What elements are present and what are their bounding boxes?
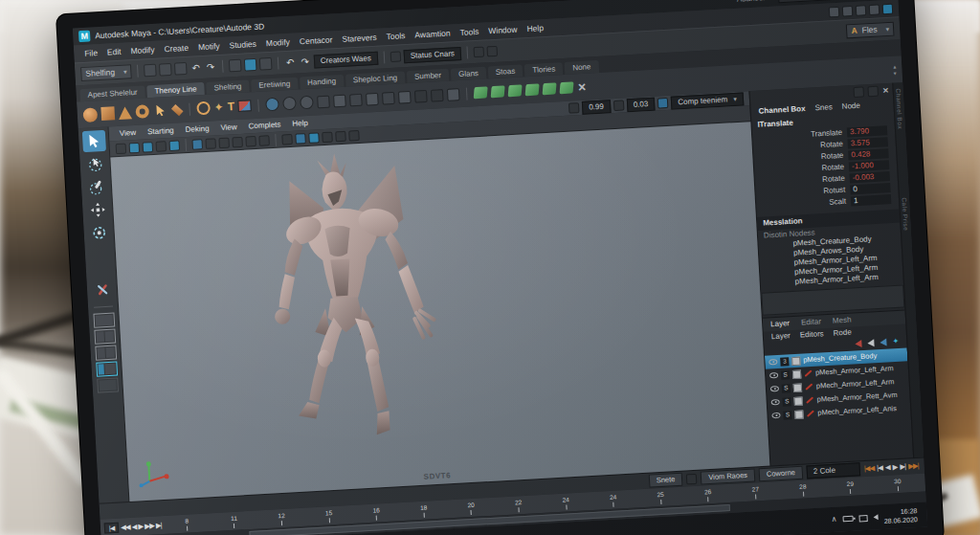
undo-icon[interactable]: ↶ (189, 63, 202, 74)
lighting-icon[interactable] (232, 136, 243, 147)
battery-icon[interactable] (842, 516, 853, 523)
menu-modify[interactable]: Modify (125, 45, 159, 55)
tab-node[interactable]: Node (842, 102, 861, 111)
menu-modify-2[interactable]: Modify (261, 37, 295, 47)
step-back-key-button[interactable]: |◀ (877, 464, 882, 472)
green-table-icon[interactable] (560, 81, 574, 94)
tab-mesh[interactable]: Mesh (833, 317, 852, 325)
layout-preset[interactable] (97, 377, 119, 392)
tab-layer[interactable]: Layer (770, 320, 790, 328)
highlight-icon[interactable] (390, 51, 402, 62)
layer-checkbox[interactable] (792, 369, 801, 378)
go-to-start-button[interactable]: |◀◀ (864, 465, 875, 473)
image-plane-icon[interactable] (142, 142, 153, 153)
step-back-button[interactable]: ◀ (885, 464, 890, 472)
green-poly-tool-icon[interactable] (508, 84, 523, 97)
green-poly-tool-icon[interactable] (474, 86, 488, 99)
vp-menu-starting[interactable]: Starting (143, 126, 179, 136)
green-poly-tool-icon[interactable] (491, 85, 505, 98)
rotate-tool[interactable] (87, 222, 111, 244)
layer-badge[interactable]: S (782, 384, 791, 392)
image-plane-icon[interactable] (238, 100, 253, 112)
subtab-editors[interactable]: Editors (800, 330, 824, 339)
resolution-gate-icon[interactable] (322, 131, 333, 143)
tab-channel-box[interactable]: Channel Box (759, 105, 806, 116)
pin-icon[interactable] (868, 86, 880, 98)
sculpt-icon[interactable] (300, 96, 314, 110)
frame-icon[interactable] (414, 89, 428, 102)
close-icon[interactable]: ✕ (882, 87, 889, 95)
gamma-icon[interactable] (613, 100, 625, 112)
step-forward-key-button[interactable]: ▶| (900, 463, 905, 471)
new-layer-icon[interactable]: ✦ (892, 338, 899, 346)
vp-menu-view-2[interactable]: View (215, 123, 242, 132)
visibility-eye-icon[interactable] (770, 386, 779, 391)
vp-menu-view[interactable]: View (115, 128, 142, 138)
exposure-icon[interactable] (568, 102, 580, 114)
green-export-icon[interactable] (543, 82, 557, 95)
menu-awamtion[interactable]: Awamtion (410, 29, 456, 39)
layer-checkbox[interactable] (794, 410, 803, 418)
poly-pyramid-icon[interactable] (118, 106, 132, 120)
fast-forward-button[interactable]: ▶▶ (145, 522, 154, 529)
snete-button[interactable]: Snete (648, 473, 682, 487)
isolate-icon[interactable] (281, 133, 293, 145)
menu-file[interactable]: File (79, 49, 102, 58)
light-icon[interactable] (155, 141, 167, 152)
move-tool[interactable] (85, 199, 109, 221)
select-tool[interactable] (81, 130, 105, 152)
select-history-icon[interactable]: ↶ (284, 57, 297, 68)
clapboard-icon[interactable] (842, 6, 854, 17)
wireframe-icon[interactable] (191, 139, 203, 150)
layout-four-pane[interactable] (94, 329, 116, 345)
tray-expand-icon[interactable]: ∧ (832, 516, 837, 524)
vp-menu-complets[interactable]: Complets (243, 121, 285, 130)
film-icon[interactable] (856, 5, 867, 16)
delete-icon[interactable]: ✕ (577, 81, 587, 92)
layer-badge[interactable]: S (782, 397, 791, 406)
ao-icon[interactable] (258, 135, 270, 146)
volume-icon[interactable] (873, 514, 878, 520)
poly-plane-icon[interactable] (171, 103, 184, 115)
poly-torus-icon[interactable] (135, 104, 149, 119)
select-arrow-icon[interactable] (152, 102, 168, 119)
grid-mesh-icon[interactable] (317, 95, 330, 108)
shadows-icon[interactable] (245, 136, 256, 147)
current-frame-marker[interactable]: |◀ (104, 523, 120, 534)
play-button[interactable]: ▶ (893, 463, 898, 471)
side-tab-channel-box[interactable]: Channel Box (895, 88, 903, 129)
layer-badge[interactable]: 3 (780, 357, 789, 366)
dock-icon[interactable] (854, 86, 865, 98)
menu-starevers[interactable]: Starevers (337, 33, 382, 43)
layer-badge[interactable]: S (781, 370, 790, 379)
axis-gizmo[interactable] (137, 457, 171, 488)
pen-icon[interactable] (447, 88, 460, 101)
select-future-icon[interactable]: ↷ (299, 56, 311, 67)
joint-icon[interactable] (168, 140, 180, 151)
tab-snes[interactable]: Snes (814, 103, 833, 112)
layout-outliner-pane[interactable] (96, 362, 118, 377)
textured-icon[interactable] (218, 137, 230, 148)
vp-menu-help[interactable]: Help (287, 119, 313, 127)
layout-two-pane[interactable] (95, 346, 117, 361)
play-button[interactable]: ▶ (138, 523, 143, 530)
visibility-eye-icon[interactable] (769, 372, 778, 378)
creature-model[interactable] (233, 145, 462, 484)
nurbs-circle-icon[interactable] (196, 101, 211, 116)
coworne-button[interactable]: Coworne (759, 466, 804, 481)
skeleton-icon[interactable] (349, 93, 363, 106)
text-tool-icon[interactable]: T (227, 100, 234, 112)
layer-checkbox[interactable] (791, 356, 800, 365)
menu-tools[interactable]: Tools (381, 32, 410, 41)
step-back-button[interactable]: ◀ (131, 523, 136, 530)
layer-checkbox[interactable] (793, 396, 802, 405)
go-to-end-button[interactable]: ▶▶| (908, 462, 919, 470)
go-to-end-button[interactable]: ▶| (156, 522, 162, 529)
menu-tools-2[interactable]: Tools (455, 27, 483, 36)
menu-set-selector[interactable]: Shelfing ▾ (80, 64, 132, 80)
multi-cut-icon[interactable] (398, 90, 412, 103)
field-chart-icon[interactable] (335, 130, 346, 142)
subtab-rode[interactable]: Rode (834, 329, 853, 338)
paint-select-tool[interactable] (84, 176, 108, 198)
speaker-icon[interactable] (868, 339, 875, 346)
